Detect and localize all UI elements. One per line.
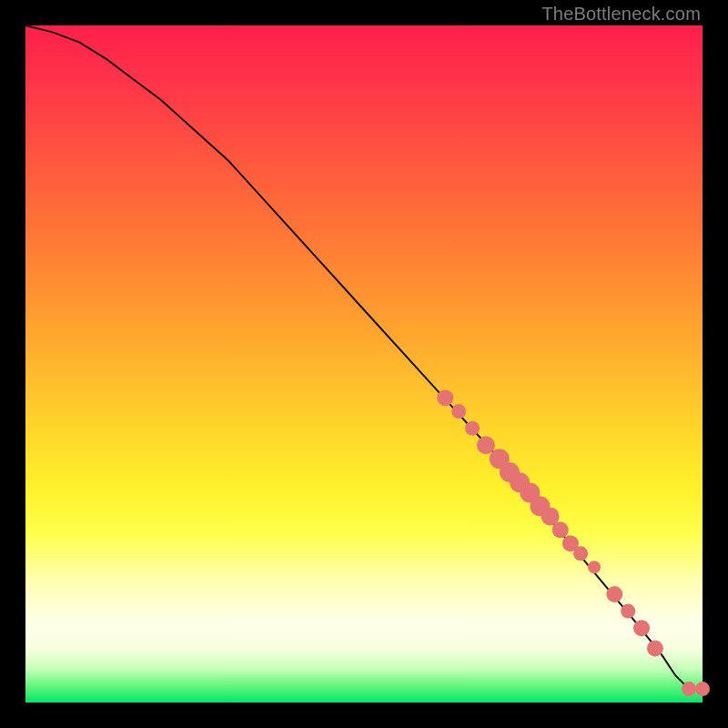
scatter-dot — [606, 586, 622, 602]
scatter-dot — [647, 641, 663, 657]
scatter-dot — [695, 682, 710, 696]
scatter-dot — [451, 404, 466, 419]
scatter-dot — [588, 561, 601, 573]
chart-plot-area — [25, 25, 703, 703]
scatter-dot — [465, 421, 480, 436]
chart-svg — [25, 25, 703, 703]
watermark-text: TheBottleneck.com — [541, 4, 701, 25]
scatter-dot — [437, 389, 453, 406]
scatter-dot — [682, 682, 696, 696]
curve-line — [25, 25, 703, 689]
scatter-dot — [477, 436, 495, 454]
scatter-dot — [552, 521, 569, 538]
chart-stage: TheBottleneck.com — [0, 0, 728, 728]
scatter-dot — [633, 620, 650, 636]
scatter-dot — [573, 546, 588, 561]
scatter-dot — [621, 604, 635, 619]
